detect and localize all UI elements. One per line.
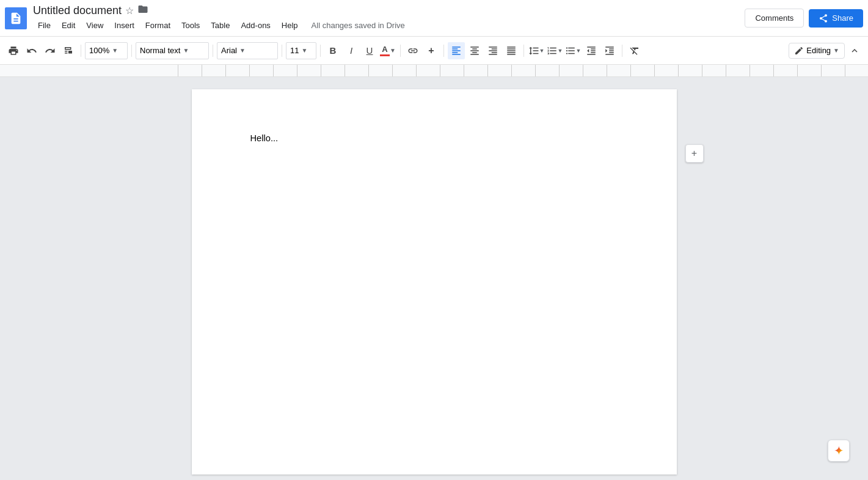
underline-button[interactable]: U — [361, 42, 378, 59]
add-comment-button[interactable]: + — [685, 144, 704, 163]
divider-4 — [282, 45, 282, 57]
menu-table[interactable]: Table — [206, 18, 235, 32]
divider-3 — [213, 45, 213, 57]
title-bar: Untitled document ☆ File Edit View Inser… — [0, 0, 868, 37]
style-select[interactable]: Normal text ▼ — [136, 42, 209, 59]
increase-indent-button[interactable] — [601, 42, 618, 59]
editing-mode-selector[interactable]: Editing ▼ — [789, 43, 845, 59]
save-status: All changes saved in Drive — [312, 21, 405, 30]
doc-title-row: Untitled document ☆ — [33, 4, 745, 17]
menu-view[interactable]: View — [81, 18, 108, 32]
collapse-toolbar-button[interactable] — [846, 42, 863, 59]
document-page: Hello... + — [192, 89, 677, 474]
align-center-button[interactable] — [466, 42, 483, 59]
italic-button[interactable]: I — [343, 42, 360, 59]
menu-tools[interactable]: Tools — [177, 18, 205, 32]
style-arrow: ▼ — [183, 47, 189, 54]
menu-help[interactable]: Help — [277, 18, 303, 32]
divider-7 — [443, 45, 444, 57]
divider-9 — [622, 45, 622, 57]
divider-8 — [523, 45, 524, 57]
share-button[interactable]: Share — [809, 9, 863, 28]
ai-assistant-button[interactable]: ✦ — [828, 440, 850, 462]
font-select[interactable]: Arial ▼ — [217, 42, 278, 59]
document-content[interactable]: Hello... — [250, 133, 618, 378]
clear-formatting-button[interactable] — [626, 42, 643, 59]
size-arrow: ▼ — [301, 47, 307, 54]
menu-format[interactable]: Format — [140, 18, 175, 32]
header-actions: Comments Share — [745, 9, 863, 28]
print-button[interactable] — [5, 42, 22, 59]
folder-icon[interactable] — [137, 4, 148, 17]
menu-file[interactable]: File — [33, 18, 56, 32]
divider-5 — [320, 45, 321, 57]
menu-edit[interactable]: Edit — [57, 18, 80, 32]
menu-bar: File Edit View Insert Format Tools Table… — [33, 18, 745, 32]
menu-insert[interactable]: Insert — [109, 18, 139, 32]
menu-addons[interactable]: Add-ons — [236, 18, 275, 32]
app-icon — [5, 7, 27, 29]
bold-button[interactable]: B — [324, 42, 341, 59]
divider-1 — [81, 45, 81, 57]
divider-2 — [131, 45, 132, 57]
ruler — [0, 65, 868, 77]
zoom-arrow: ▼ — [112, 47, 118, 54]
star-icon[interactable]: ☆ — [125, 5, 134, 17]
link-button[interactable] — [404, 42, 421, 59]
insert-special-button[interactable]: + — [423, 42, 440, 59]
text-color-button[interactable]: A ▼ — [379, 42, 396, 59]
font-arrow: ▼ — [239, 47, 246, 54]
font-size-select[interactable]: 11 ▼ — [286, 42, 316, 59]
redo-button[interactable] — [42, 42, 59, 59]
align-right-button[interactable] — [484, 42, 501, 59]
justify-button[interactable] — [503, 42, 520, 59]
paint-format-button[interactable] — [60, 42, 77, 59]
comments-button[interactable]: Comments — [745, 9, 804, 28]
decrease-indent-button[interactable] — [583, 42, 600, 59]
unordered-list-button[interactable]: ▼ — [564, 42, 582, 59]
document-area[interactable]: Hello... + — [0, 77, 868, 480]
align-left-button[interactable] — [448, 42, 465, 59]
zoom-select[interactable]: 100% ▼ — [85, 42, 128, 59]
divider-6 — [400, 45, 401, 57]
document-title[interactable]: Untitled document — [33, 4, 122, 17]
undo-button[interactable] — [23, 42, 40, 59]
title-section: Untitled document ☆ File Edit View Inser… — [33, 4, 745, 32]
ordered-list-button[interactable]: ▼ — [546, 42, 563, 59]
line-spacing-button[interactable]: ▼ — [528, 42, 545, 59]
toolbar: 100% ▼ Normal text ▼ Arial ▼ 11 ▼ B I U … — [0, 37, 868, 65]
editing-mode-arrow: ▼ — [833, 47, 839, 54]
